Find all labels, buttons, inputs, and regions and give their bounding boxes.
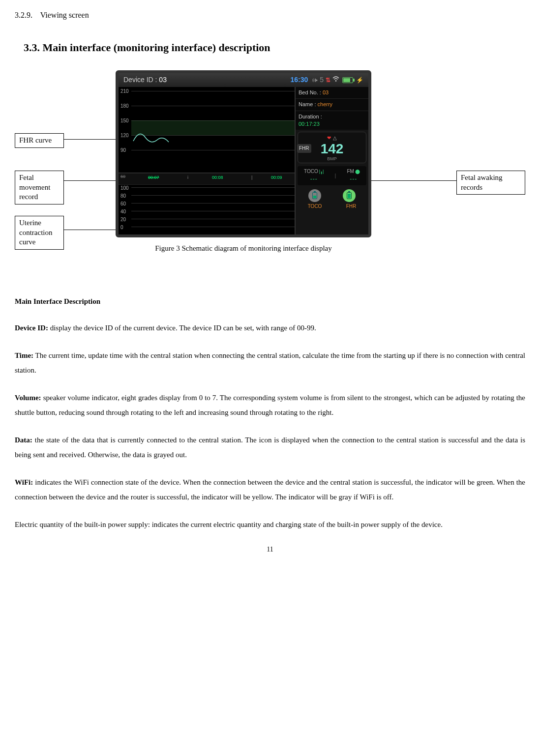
volume-level: 5 — [320, 75, 324, 85]
fhr-battery-label: FHR — [346, 203, 357, 210]
duration-info: Duration : 00:17:23 — [296, 111, 368, 130]
device-chart-area: 210 180 150 120 90 60 — [119, 87, 296, 235]
fetal-movement-strip: 60 00:07 i 00:08 | 00:09 — [119, 173, 295, 185]
monitoring-diagram: FHR curve Fetal movement record Uterine … — [15, 70, 525, 277]
para-data: Data: the state of the data that is curr… — [15, 433, 525, 462]
bell-icon: △ — [333, 135, 337, 141]
description-section: Main Interface Description Device ID: di… — [15, 296, 525, 532]
toco-battery-icon — [308, 189, 321, 202]
device-side-panel: Bed No. : 03 Name : cherry Duration : 00… — [296, 87, 368, 235]
para-device-id: Device ID: display the device ID of the … — [15, 320, 525, 335]
toco-axis-label: 0 — [120, 224, 123, 231]
callout-uterine-curve: Uterine contraction curve — [15, 216, 64, 250]
device-statusbar: Device ID : 03 16:30 🕪5 ⇅ ⚡ — [119, 73, 368, 87]
strip-time: 00:09 — [271, 174, 282, 181]
section-header: 3.2.9. Viewing screen — [15, 10, 525, 21]
device-id-label: Device ID : 03 — [123, 75, 167, 85]
clock-time: 16:30 — [290, 75, 308, 85]
fm-label: FM — [347, 169, 354, 174]
para-body: display the device ID of the current dev… — [48, 324, 316, 332]
fhr-axis-label: 90 — [120, 147, 126, 154]
para-volume: Volume: speaker volume indicator, eight … — [15, 390, 525, 420]
strip-time: 00:07 — [148, 174, 159, 181]
heart-icon: ❤ — [327, 135, 331, 141]
toco-fm-panel: TOCO|╻| --- | FM⬤ --- — [298, 166, 366, 185]
fhr-axis-label: 120 — [120, 132, 129, 139]
name-info: Name : cherry — [296, 99, 368, 111]
section-name: Viewing screen — [40, 11, 89, 19]
toco-axis-label: 80 — [120, 193, 126, 200]
device-id-value: 03 — [159, 76, 167, 84]
toco-axis-label: 40 — [120, 208, 126, 215]
toco-battery-label: TOCO — [308, 203, 322, 210]
toco-sensor-icon: |╻| — [319, 169, 324, 174]
charging-icon: ⚡ — [356, 76, 363, 85]
strip-time: 00:08 — [212, 174, 223, 181]
fhr-waveform — [133, 131, 178, 153]
strip-axis-label: 60 — [120, 174, 125, 180]
separator: | — [335, 172, 336, 179]
duration-value: 00:17:23 — [299, 120, 365, 128]
bed-label: Bed No. : — [299, 89, 321, 95]
para-body: indicates the WiFi connection state of t… — [15, 478, 525, 501]
toco-axis-label: 100 — [120, 185, 129, 192]
description-heading: Main Interface Description — [15, 296, 525, 307]
fhr-tag: FHR — [297, 144, 311, 153]
toco-label: TOCO — [304, 169, 318, 174]
para-body: The current time, update time with the c… — [15, 351, 525, 374]
name-value: cherry — [318, 101, 333, 107]
figure-caption: Figure 3 Schematic diagram of monitoring… — [116, 243, 371, 254]
para-label: Data: — [15, 436, 32, 444]
toco-axis-label: 60 — [120, 201, 126, 207]
para-label: Time: — [15, 351, 33, 359]
fhr-axis-label: 180 — [120, 103, 129, 110]
volume-icon: 🕪 — [312, 76, 318, 85]
fhr-value-panel: FHR ❤△ 142 BMP — [298, 132, 366, 163]
device-id-text: Device ID : — [123, 76, 157, 84]
svg-point-0 — [335, 80, 337, 82]
probe-battery-row — [296, 186, 368, 203]
para-label: Volume: — [15, 394, 41, 402]
fm-indicator-icon: ⬤ — [355, 169, 360, 174]
section-number: 3.2.9. — [15, 11, 32, 19]
wifi-icon — [332, 76, 339, 85]
fhr-axis-label: 210 — [120, 88, 129, 95]
para-battery: Electric quantity of the built-in power … — [15, 517, 525, 532]
fhr-chart: 210 180 150 120 90 — [119, 87, 295, 173]
strip-tick: i — [187, 174, 188, 181]
callout-fhr-curve: FHR curve — [15, 133, 64, 148]
toco-value: --- — [304, 175, 324, 183]
page-number: 11 — [15, 545, 525, 554]
fhr-unit: BMP — [299, 156, 365, 162]
bed-value: 03 — [323, 89, 329, 95]
para-body: the state of the data that is currently … — [15, 436, 525, 459]
fhr-battery-icon — [343, 189, 356, 202]
duration-label: Duration : — [299, 113, 365, 120]
para-body: speaker volume indicator, eight grades d… — [15, 394, 525, 416]
callout-fetal-awaking: Fetal awaking records — [456, 171, 525, 195]
para-label: WiFi: — [15, 478, 33, 486]
callout-fetal-movement: Fetal movement record — [15, 171, 64, 204]
page-title: 3.3. Main interface (monitoring interfac… — [24, 40, 525, 56]
para-wifi: WiFi: indicates the WiFi connection stat… — [15, 475, 525, 504]
toco-axis-label: 20 — [120, 216, 126, 223]
fhr-axis-label: 150 — [120, 117, 129, 124]
name-label: Name : — [299, 101, 316, 107]
para-label: Device ID: — [15, 324, 48, 332]
battery-icon — [342, 77, 353, 83]
device-screen: Device ID : 03 16:30 🕪5 ⇅ ⚡ 210 18 — [116, 70, 371, 237]
probe-battery-labels: TOCO FHR — [296, 203, 368, 212]
data-sync-icon: ⇅ — [326, 76, 330, 85]
bed-info: Bed No. : 03 — [296, 87, 368, 99]
fm-value: --- — [347, 175, 360, 183]
strip-tick: | — [251, 174, 252, 181]
toco-chart: 100 80 60 40 20 0 — [119, 185, 295, 235]
para-body: Electric quantity of the built-in power … — [15, 521, 443, 528]
para-time: Time: The current time, update time with… — [15, 348, 525, 378]
